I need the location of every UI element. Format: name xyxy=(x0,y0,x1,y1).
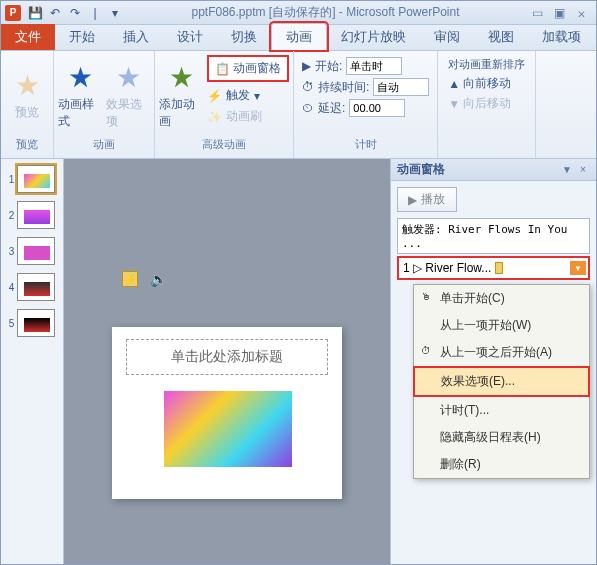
group-timing-label: 计时 xyxy=(298,135,433,154)
animation-painter-button[interactable]: ✨ 动画刷 xyxy=(207,107,289,126)
mouse-icon: 🖱 xyxy=(419,289,433,303)
effect-options-button[interactable]: ★ 效果选项 xyxy=(106,55,150,135)
delay-input[interactable] xyxy=(349,99,405,117)
thumb-num: 2 xyxy=(9,210,15,221)
thumb-num: 3 xyxy=(9,246,15,257)
menu-remove[interactable]: 删除(R) xyxy=(414,451,589,478)
slide-editor[interactable]: ⚡ 🔈 单击此处添加标题 xyxy=(64,159,390,565)
delay-label: 延迟: xyxy=(318,100,345,117)
play-button[interactable]: ▶ 播放 xyxy=(397,187,457,212)
speaker-icon[interactable]: 🔈 xyxy=(150,271,167,287)
animation-pane-label: 动画窗格 xyxy=(233,60,281,77)
clock-icon: ⏱ xyxy=(419,343,433,357)
thumb-num: 1 xyxy=(9,174,15,185)
ribbon: ★ 预览 预览 ★ 动画样式 ★ 效果选项 动画 ★ 添加动画 xyxy=(1,51,596,159)
tab-animations[interactable]: 动画 xyxy=(271,23,327,50)
add-animation-button[interactable]: ★ 添加动画 xyxy=(159,55,203,135)
animation-pane-button[interactable]: 📋 动画窗格 xyxy=(207,55,289,82)
tab-design[interactable]: 设计 xyxy=(163,24,217,50)
trigger-button[interactable]: ⚡ 触发 ▾ xyxy=(207,86,289,105)
move-forward-button[interactable]: ▲ 向前移动 xyxy=(448,75,525,92)
thumb-1[interactable] xyxy=(17,165,55,193)
thumb-num: 5 xyxy=(9,318,15,329)
thumb-2[interactable] xyxy=(17,201,55,229)
up-icon: ▲ xyxy=(448,77,460,91)
title-bar: P 💾 ↶ ↷ | ▾ pptF086.pptm [自动保存的] - Micro… xyxy=(1,1,596,25)
preview-label: 预览 xyxy=(15,104,39,121)
animation-pane-header: 动画窗格 ▼ × xyxy=(391,159,596,181)
thumb-3[interactable] xyxy=(17,237,55,265)
qa-dropdown-icon[interactable]: ▾ xyxy=(106,4,124,22)
star-icon: ★ xyxy=(116,61,141,94)
context-menu: 🖱单击开始(C) 从上一项开始(W) ⏱从上一项之后开始(A) 效果选项(E).… xyxy=(413,284,590,479)
duration-input[interactable] xyxy=(373,78,429,96)
tab-transitions[interactable]: 切换 xyxy=(217,24,271,50)
star-icon: ★ xyxy=(68,61,93,94)
tab-home[interactable]: 开始 xyxy=(55,24,109,50)
start-row: ▶ 开始: xyxy=(302,57,429,75)
group-timing: ▶ 开始: ⏱ 持续时间: ⏲ 延迟: 计时 xyxy=(294,51,438,158)
animation-styles-button[interactable]: ★ 动画样式 xyxy=(58,55,102,135)
pane-close-icon[interactable]: × xyxy=(576,163,590,177)
move-forward-label: 向前移动 xyxy=(463,75,511,92)
maximize-button[interactable]: ▣ xyxy=(548,5,570,21)
tab-insert[interactable]: 插入 xyxy=(109,24,163,50)
menu-effect-options[interactable]: 效果选项(E)... xyxy=(413,366,590,397)
tab-file[interactable]: 文件 xyxy=(1,24,55,50)
group-advanced-label: 高级动画 xyxy=(159,135,289,154)
start-input[interactable] xyxy=(346,57,402,75)
slide-canvas[interactable]: 单击此处添加标题 xyxy=(112,327,342,499)
down-icon: ▼ xyxy=(448,97,460,111)
thumb-5[interactable] xyxy=(17,309,55,337)
painter-label: 动画刷 xyxy=(226,108,262,125)
app-icon: P xyxy=(5,5,21,21)
tab-addins[interactable]: 加载项 xyxy=(528,24,595,50)
tab-view[interactable]: 视图 xyxy=(474,24,528,50)
tab-review[interactable]: 审阅 xyxy=(420,24,474,50)
delay-icon: ⏲ xyxy=(302,101,314,115)
tab-slideshow[interactable]: 幻灯片放映 xyxy=(327,24,420,50)
title-placeholder[interactable]: 单击此处添加标题 xyxy=(126,339,328,375)
group-animation-label: 动画 xyxy=(58,135,150,154)
effect-options-label: 效果选项 xyxy=(106,96,150,130)
group-advanced: ★ 添加动画 📋 动画窗格 ⚡ 触发 ▾ ✨ 动画刷 高级动画 xyxy=(155,51,294,158)
animation-item-text: 1 ▷ River Flow... xyxy=(403,261,491,275)
item-dropdown-icon[interactable]: ▼ xyxy=(570,261,586,275)
redo-icon[interactable]: ↷ xyxy=(66,4,84,22)
reorder-title: 对动画重新排序 xyxy=(448,57,525,72)
painter-icon: ✨ xyxy=(207,110,222,124)
group-preview: ★ 预览 预览 xyxy=(1,51,54,158)
close-button[interactable]: ⨉ xyxy=(570,5,592,21)
animation-styles-label: 动画样式 xyxy=(58,96,102,130)
clock-icon: ⏱ xyxy=(302,80,314,94)
save-icon[interactable]: 💾 xyxy=(26,4,44,22)
play-label: 播放 xyxy=(421,191,445,208)
timeline-bar xyxy=(495,262,503,274)
animation-pane-title: 动画窗格 xyxy=(397,161,445,178)
pane-icon: 📋 xyxy=(215,62,230,76)
undo-icon[interactable]: ↶ xyxy=(46,4,64,22)
slide-image[interactable] xyxy=(164,391,292,467)
menu-after-previous[interactable]: ⏱从上一项之后开始(A) xyxy=(414,339,589,366)
menu-with-previous[interactable]: 从上一项开始(W) xyxy=(414,312,589,339)
animation-tag-icon[interactable]: ⚡ xyxy=(122,271,138,287)
pane-dropdown-icon[interactable]: ▼ xyxy=(560,163,574,177)
thumb-4[interactable] xyxy=(17,273,55,301)
minimize-button[interactable]: ▭ xyxy=(526,5,548,21)
window-title: pptF086.pptm [自动保存的] - Microsoft PowerPo… xyxy=(125,4,526,21)
animation-item-1[interactable]: 1 ▷ River Flow... ▼ xyxy=(397,256,590,280)
add-animation-icon: ★ xyxy=(169,61,194,94)
preview-icon: ★ xyxy=(15,69,40,102)
menu-timing[interactable]: 计时(T)... xyxy=(414,397,589,424)
menu-click-start[interactable]: 🖱单击开始(C) xyxy=(414,285,589,312)
trigger-label-row: 触发器: River Flows In You ... xyxy=(397,218,590,254)
delay-row: ⏲ 延迟: xyxy=(302,99,429,117)
menu-hide-timeline[interactable]: 隐藏高级日程表(H) xyxy=(414,424,589,451)
move-backward-button[interactable]: ▼ 向后移动 xyxy=(448,95,525,112)
duration-row: ⏱ 持续时间: xyxy=(302,78,429,96)
preview-button[interactable]: ★ 预览 xyxy=(5,55,49,135)
move-backward-label: 向后移动 xyxy=(463,95,511,112)
animation-pane: 动画窗格 ▼ × ▶ 播放 触发器: River Flows In You ..… xyxy=(390,159,596,565)
play-icon: ▶ xyxy=(408,193,417,207)
add-animation-label: 添加动画 xyxy=(159,96,203,130)
